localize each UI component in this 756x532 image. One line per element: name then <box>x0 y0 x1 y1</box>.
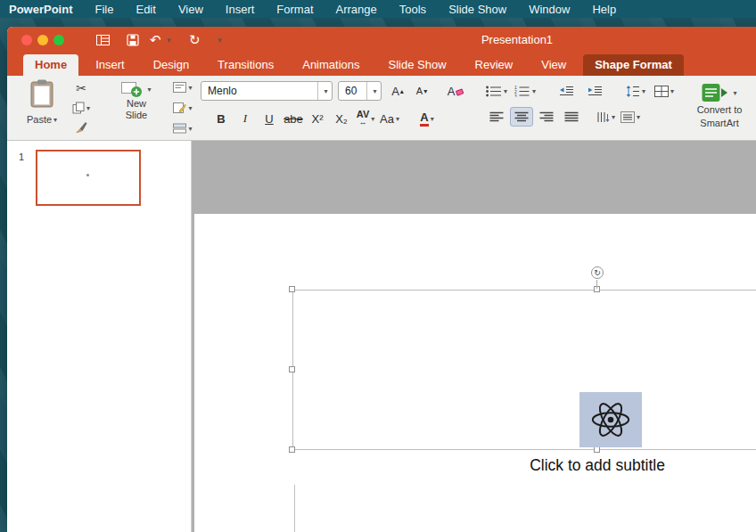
slide[interactable]: ↻ <box>194 214 756 532</box>
copy-icon[interactable]: ▾ <box>72 100 90 116</box>
handle-bottom-left[interactable] <box>289 446 295 453</box>
grow-arrow-icon: ▴ <box>400 87 404 95</box>
layout-dropdown-icon: ▾ <box>188 84 192 92</box>
tab-transitions[interactable]: Transitions <box>206 54 285 76</box>
subtitle-placeholder-prompt[interactable]: Click to add subtitle <box>292 456 756 475</box>
columns-button[interactable]: ▾ <box>653 81 676 101</box>
rotate-arrow-icon: ↻ <box>594 268 601 277</box>
handle-top-left[interactable] <box>289 286 295 292</box>
italic-button[interactable]: I <box>234 109 256 128</box>
handle-middle-left[interactable] <box>289 366 295 372</box>
smartart-label-line1: Convert to <box>685 104 754 116</box>
menu-help[interactable]: Help <box>592 3 616 16</box>
line-spacing-button[interactable]: ▾ <box>624 81 647 101</box>
ribbon-layout-icon[interactable] <box>96 27 110 53</box>
undo-dropdown-icon[interactable]: ▾ <box>167 27 171 53</box>
save-icon[interactable] <box>127 27 139 53</box>
redo-icon[interactable]: ↻ <box>189 27 201 53</box>
layout-icon[interactable]: ▾ <box>173 79 192 95</box>
font-size-dropdown-icon: ▾ <box>373 87 376 95</box>
paragraph-row-2: ▾ ▾ <box>485 106 642 127</box>
clear-letter: A <box>448 85 456 98</box>
slide-thumbnail-panel: 1 <box>7 141 192 532</box>
decrease-indent-button[interactable] <box>555 81 578 101</box>
bold-button[interactable]: B <box>210 109 232 128</box>
justify-button[interactable] <box>560 107 583 127</box>
slide-canvas: ↻ <box>192 141 756 532</box>
font-name-value: Menlo <box>201 85 317 97</box>
font-size-select[interactable]: 60 ▾ <box>338 81 382 101</box>
cut-icon[interactable]: ✂ <box>76 80 86 96</box>
handle-bottom-middle[interactable] <box>594 446 600 453</box>
menu-view[interactable]: View <box>178 3 203 16</box>
menu-format[interactable]: Format <box>276 3 313 16</box>
copy-dropdown-icon: ▾ <box>86 104 90 112</box>
macos-menu-bar: PowerPoint File Edit View Insert Format … <box>0 0 756 18</box>
smartart-icon <box>702 83 728 102</box>
tab-home[interactable]: Home <box>23 54 78 76</box>
section-icon[interactable]: ▾ <box>173 120 192 136</box>
toolbar-options-icon[interactable]: ▾ <box>218 27 222 53</box>
numbering-button[interactable]: 123 ▾ <box>514 81 537 101</box>
menu-slide-show[interactable]: Slide Show <box>448 3 506 16</box>
menu-file[interactable]: File <box>95 3 114 16</box>
tab-insert[interactable]: Insert <box>84 54 136 76</box>
tab-animations[interactable]: Animations <box>291 54 371 76</box>
clear-formatting-button[interactable]: A <box>442 81 467 101</box>
grow-letter: A <box>391 85 399 98</box>
tab-slide-show[interactable]: Slide Show <box>377 54 458 76</box>
title-placeholder[interactable] <box>292 290 756 450</box>
zoom-button[interactable] <box>53 35 64 45</box>
subscript-button[interactable]: X₂ <box>331 109 352 128</box>
eraser-icon <box>456 88 464 95</box>
new-slide-button[interactable]: ▾ New Slide <box>111 80 162 121</box>
align-center-button[interactable] <box>510 107 533 127</box>
strikethrough-button[interactable]: abe <box>283 109 304 128</box>
align-right-button[interactable] <box>535 107 558 127</box>
shrink-letter: A <box>416 86 423 96</box>
menu-tools[interactable]: Tools <box>399 3 426 16</box>
menu-arrange[interactable]: Arrange <box>336 3 377 16</box>
convert-to-smartart-button[interactable]: ▾ Convert to SmartArt <box>685 79 754 129</box>
reset-layout-icon[interactable]: ▾ <box>173 100 192 116</box>
close-button[interactable] <box>21 35 32 45</box>
text-direction-dropdown-icon: ▾ <box>612 113 615 121</box>
align-text-button[interactable]: ▾ <box>619 107 642 127</box>
slide-thumbnail[interactable] <box>36 150 141 206</box>
tab-review[interactable]: Review <box>464 54 525 76</box>
reset-dropdown-icon: ▾ <box>188 104 192 112</box>
font-color-dropdown-icon: ▾ <box>431 115 434 123</box>
superscript-button[interactable]: X² <box>307 109 328 128</box>
paste-button[interactable]: Paste ▾ <box>18 79 66 125</box>
columns-dropdown-icon: ▾ <box>670 87 674 95</box>
underline-button[interactable]: U <box>259 109 280 128</box>
character-spacing-button[interactable]: AV↔ ▾ <box>355 109 376 128</box>
font-color-button[interactable]: A ▾ <box>416 109 438 128</box>
align-left-button[interactable] <box>485 107 508 127</box>
increase-indent-button[interactable] <box>583 81 606 101</box>
rotation-handle[interactable]: ↻ <box>591 266 604 279</box>
slide-number: 1 <box>19 151 24 162</box>
menu-app-name[interactable]: PowerPoint <box>9 3 73 16</box>
ribbon-tab-bar: Home Insert Design Transitions Animation… <box>7 53 756 76</box>
format-painter-icon[interactable] <box>75 119 87 135</box>
tab-shape-format[interactable]: Shape Format <box>583 54 684 76</box>
svg-text:3: 3 <box>514 93 517 97</box>
menu-window[interactable]: Window <box>529 3 570 16</box>
selected-atom-glyph[interactable] <box>579 392 642 447</box>
tab-view[interactable]: View <box>530 54 578 76</box>
minimize-button[interactable] <box>37 35 48 45</box>
undo-icon[interactable]: ↶ <box>150 27 161 53</box>
increase-font-size-button[interactable]: A▴ <box>386 81 409 101</box>
main-content: 1 ↻ <box>7 141 756 532</box>
menu-edit[interactable]: Edit <box>136 3 155 16</box>
slide-layout-buttons: ▾ ▾ ▾ <box>168 79 198 136</box>
decrease-font-size-button[interactable]: A▾ <box>410 81 433 101</box>
font-name-select[interactable]: Menlo ▾ <box>201 81 333 101</box>
change-case-button[interactable]: Aa ▾ <box>379 109 400 128</box>
screen: PowerPoint File Edit View Insert Format … <box>0 0 756 532</box>
tab-design[interactable]: Design <box>142 54 201 76</box>
menu-insert[interactable]: Insert <box>226 3 255 16</box>
bullets-button[interactable]: ▾ <box>485 81 508 101</box>
text-direction-button[interactable]: ▾ <box>594 107 617 127</box>
